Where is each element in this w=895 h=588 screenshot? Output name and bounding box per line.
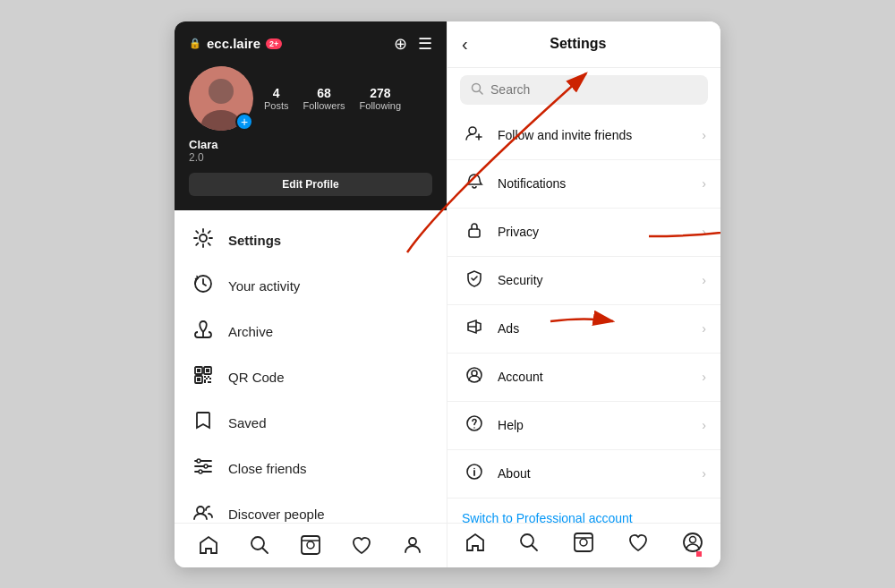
nav-home[interactable] xyxy=(198,534,219,556)
settings-item-privacy[interactable]: Privacy › xyxy=(448,209,720,257)
ads-chevron: › xyxy=(702,321,706,336)
svg-point-34 xyxy=(307,541,314,549)
menu-item-archive[interactable]: Archive xyxy=(175,309,447,354)
settings-panel: ‹ Settings Follow and invite friends › xyxy=(448,21,720,567)
nav-likes[interactable] xyxy=(351,534,372,556)
followers-label: Followers xyxy=(303,100,345,111)
privacy-chevron: › xyxy=(702,225,706,239)
settings-item-account[interactable]: Account › xyxy=(448,354,720,402)
svg-rect-8 xyxy=(206,369,209,372)
switch-professional-button[interactable]: Switch to Professional account xyxy=(448,499,720,523)
menu-item-discover[interactable]: Discover people xyxy=(175,491,447,523)
search-bar[interactable] xyxy=(460,75,708,105)
about-icon xyxy=(462,463,487,485)
avatar-wrapper: + xyxy=(189,66,253,131)
menu-icon[interactable]: ☰ xyxy=(418,34,432,54)
archive-icon xyxy=(192,320,214,344)
profile-name: Clara xyxy=(189,138,432,151)
following-label: Following xyxy=(360,100,401,111)
close-friends-label: Close friends xyxy=(228,461,307,476)
svg-line-32 xyxy=(263,549,268,554)
qrcode-icon xyxy=(192,365,214,389)
svg-rect-14 xyxy=(209,378,211,379)
svg-rect-33 xyxy=(302,536,320,554)
menu-item-activity[interactable]: Your activity xyxy=(175,263,447,309)
notifications-chevron: › xyxy=(702,176,706,191)
posts-label: Posts xyxy=(264,100,289,111)
settings-nav-search[interactable] xyxy=(518,532,540,558)
posts-stat: 4 Posts xyxy=(264,86,289,111)
username: ecc.laire xyxy=(207,36,260,51)
svg-point-3 xyxy=(200,234,207,242)
settings-nav-likes[interactable] xyxy=(627,532,649,558)
ads-icon xyxy=(462,318,487,340)
profile-dot xyxy=(696,551,702,557)
settings-label: Settings xyxy=(228,233,281,248)
settings-item-notifications[interactable]: Notifications › xyxy=(448,160,720,209)
svg-rect-12 xyxy=(208,376,209,378)
profile-header: 🔒 ecc.laire 2+ ⊕ ☰ xyxy=(175,21,447,210)
following-count: 278 xyxy=(370,86,390,100)
profile-subtitle: 2.0 xyxy=(189,151,432,164)
settings-item-help[interactable]: Help › xyxy=(448,402,720,450)
stats-container: 4 Posts 68 Followers 278 Following xyxy=(264,86,432,111)
svg-point-48 xyxy=(473,467,475,469)
settings-header: ‹ Settings xyxy=(448,21,720,68)
activity-icon xyxy=(192,274,214,298)
nav-reels[interactable] xyxy=(300,534,321,556)
svg-line-38 xyxy=(480,90,483,94)
account-icon xyxy=(462,366,487,388)
svg-rect-51 xyxy=(575,533,592,551)
menu-item-settings[interactable]: Settings xyxy=(175,217,447,263)
lock-icon: 🔒 xyxy=(189,38,201,49)
privacy-icon xyxy=(462,221,487,243)
discover-label: Discover people xyxy=(228,507,325,522)
settings-nav-profile[interactable] xyxy=(682,532,703,558)
svg-point-45 xyxy=(473,427,475,429)
security-label: Security xyxy=(498,273,702,287)
account-label: Account xyxy=(498,370,702,384)
add-icon[interactable]: ⊕ xyxy=(394,34,407,54)
search-input[interactable] xyxy=(490,82,697,97)
edit-profile-button[interactable]: Edit Profile xyxy=(189,173,432,196)
qrcode-label: QR Code xyxy=(228,370,285,385)
svg-point-23 xyxy=(199,470,202,473)
back-button[interactable]: ‹ xyxy=(462,34,468,55)
settings-title: Settings xyxy=(475,36,706,52)
settings-item-follow[interactable]: Follow and invite friends › xyxy=(448,112,720,160)
notifications-icon xyxy=(462,173,487,195)
settings-item-about[interactable]: About › xyxy=(448,450,720,499)
settings-nav-reels[interactable] xyxy=(573,532,594,558)
add-avatar-button[interactable]: + xyxy=(235,113,253,131)
svg-rect-17 xyxy=(204,381,206,383)
svg-line-50 xyxy=(533,546,538,551)
settings-nav-home[interactable] xyxy=(465,532,486,558)
svg-rect-6 xyxy=(197,369,200,372)
menu-item-close-friends[interactable]: Close friends xyxy=(175,446,447,491)
left-panel: 🔒 ecc.laire 2+ ⊕ ☰ xyxy=(175,21,448,567)
archive-label: Archive xyxy=(228,324,273,339)
menu-item-saved[interactable]: Saved xyxy=(175,400,447,446)
about-chevron: › xyxy=(702,466,706,481)
svg-point-21 xyxy=(197,459,200,463)
close-friends-icon xyxy=(192,456,214,481)
ads-label: Ads xyxy=(498,321,702,336)
search-bar-icon xyxy=(471,82,483,98)
nav-profile[interactable] xyxy=(402,534,423,556)
following-stat: 278 Following xyxy=(360,86,401,111)
activity-label: Your activity xyxy=(228,278,300,294)
followers-count: 68 xyxy=(317,86,331,100)
bottom-nav-left xyxy=(175,523,447,567)
notifications-label: Notifications xyxy=(498,176,702,191)
settings-item-ads[interactable]: Ads › xyxy=(448,305,720,354)
settings-item-security[interactable]: Security › xyxy=(448,257,720,305)
menu-item-qrcode[interactable]: QR Code xyxy=(175,354,447,400)
svg-point-55 xyxy=(690,537,696,543)
followers-stat: 68 Followers xyxy=(303,86,345,111)
discover-icon xyxy=(192,502,214,523)
svg-rect-13 xyxy=(206,378,208,379)
nav-search[interactable] xyxy=(249,534,270,556)
svg-point-1 xyxy=(209,79,234,104)
svg-point-52 xyxy=(580,539,587,546)
settings-bottom-nav xyxy=(448,523,720,567)
